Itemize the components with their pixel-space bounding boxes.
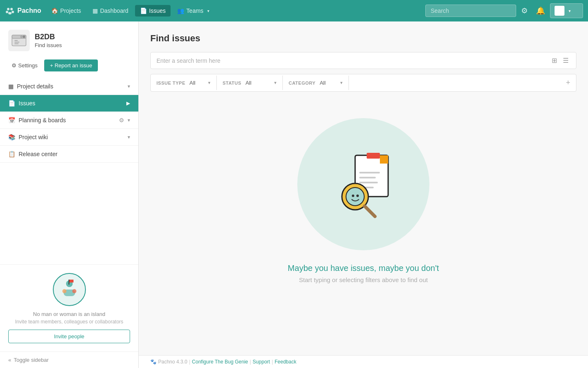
- sidebar-item-release[interactable]: 📋 Release center: [0, 146, 138, 163]
- project-name: B2DB: [35, 33, 62, 41]
- topnav: Pachno 🏠 Projects ▦ Dashboard 📄 Issues 👥…: [0, 0, 588, 21]
- app-layout: B2DB Find issues ⚙ Settings + Report an …: [0, 21, 588, 368]
- footer-version: Pachno 4.3.0: [158, 359, 187, 365]
- svg-point-30: [356, 195, 359, 197]
- nav-dashboard[interactable]: ▦ Dashboard: [88, 5, 133, 17]
- teams-icon: 👥: [177, 7, 184, 14]
- sidebar: B2DB Find issues ⚙ Settings + Report an …: [0, 21, 139, 368]
- svg-rect-23: [359, 177, 376, 178]
- filter-issue-type[interactable]: ISSUE TYPE All ▾: [151, 76, 217, 90]
- sidebar-item-issues[interactable]: 📄 Issues ▶: [0, 95, 138, 112]
- grid-view-button[interactable]: ⊞: [550, 56, 559, 65]
- nav-projects[interactable]: 🏠 Projects: [46, 5, 86, 17]
- svg-rect-7: [14, 40, 18, 41]
- footer-feedback-link[interactable]: Feedback: [275, 359, 296, 365]
- report-issue-button[interactable]: + Report an issue: [44, 59, 98, 71]
- sidebar-header: B2DB Find issues: [0, 21, 138, 56]
- user-avatar-btn[interactable]: ▾: [550, 3, 583, 18]
- empty-state-title: Maybe you have issues, maybe you don't: [288, 264, 439, 273]
- chevron-down-icon-3: ▾: [128, 134, 130, 140]
- svg-rect-15: [69, 280, 74, 283]
- issues-search-bar: ⊞ ☰: [150, 52, 576, 69]
- sidebar-item-wiki[interactable]: 📚 Project wiki ▾: [0, 129, 138, 146]
- add-filter-button[interactable]: +: [560, 74, 576, 91]
- sidebar-actions: ⚙ Settings + Report an issue: [0, 56, 138, 78]
- svg-point-2: [6, 11, 8, 13]
- svg-rect-9: [14, 43, 19, 44]
- invite-people-button[interactable]: Invite people: [8, 330, 130, 343]
- gear-icon: ⚙: [12, 62, 17, 69]
- svg-point-0: [7, 8, 9, 10]
- user-avatar: [555, 6, 564, 16]
- nav-teams[interactable]: 👥 Teams ▾: [172, 5, 214, 17]
- sidebar-page-name: Find issues: [35, 42, 62, 48]
- svg-point-4: [8, 12, 12, 14]
- teams-chevron-icon: ▾: [207, 9, 209, 13]
- category-chevron-icon: ▾: [340, 80, 343, 85]
- sidebar-nav: ▦ Project details ▾ 📄 Issues ▶ 📅 Plannin…: [0, 78, 138, 264]
- issues-icon: 📄: [140, 7, 147, 14]
- svg-point-16: [62, 289, 66, 293]
- settings-icon-btn[interactable]: ⚙: [518, 4, 531, 18]
- list-view-button[interactable]: ☰: [561, 56, 570, 65]
- svg-point-11: [20, 36, 23, 38]
- svg-point-1: [10, 8, 13, 10]
- nav-issues[interactable]: 📄 Issues: [135, 5, 171, 17]
- sidebar-item-planning[interactable]: 📅 Planning & boards ⚙ ▾: [0, 112, 138, 129]
- svg-point-10: [23, 36, 25, 38]
- team-illustration: [53, 273, 86, 306]
- svg-rect-14: [69, 280, 69, 285]
- filter-status[interactable]: STATUS All ▾: [217, 76, 283, 90]
- invite-title: No man or woman is an island: [8, 311, 130, 317]
- empty-state-desc: Start typing or selecting filters above …: [299, 276, 428, 283]
- footer: 🐾 Pachno 4.3.0 | Configure The Bug Genie…: [139, 355, 588, 368]
- sidebar-toggle[interactable]: « Toggle sidebar: [0, 351, 138, 368]
- settings-button[interactable]: ⚙ Settings: [8, 60, 41, 71]
- footer-support-link[interactable]: Support: [253, 359, 270, 365]
- svg-point-3: [12, 11, 14, 13]
- svg-rect-8: [14, 42, 19, 43]
- book-icon: 📚: [8, 134, 15, 140]
- issues-search-input[interactable]: [156, 57, 547, 64]
- planning-gear-icon[interactable]: ⚙: [119, 117, 124, 123]
- svg-rect-24: [359, 182, 378, 183]
- user-menu-chevron-icon: ▾: [569, 9, 571, 13]
- calendar-icon: 📅: [8, 117, 15, 123]
- invite-desc: Invite team members, colleagues or colla…: [8, 319, 130, 325]
- empty-state: Maybe you have issues, maybe you don't S…: [150, 102, 576, 308]
- view-toggle-group: ⊞ ☰: [550, 56, 570, 65]
- app-logo: Pachno: [5, 6, 41, 16]
- home-icon: 🏠: [51, 7, 58, 14]
- app-name: Pachno: [17, 7, 41, 14]
- footer-logo: 🐾: [150, 359, 156, 365]
- svg-point-17: [72, 289, 76, 293]
- grid-icon: ▦: [8, 83, 14, 90]
- chevron-right-icon: ▶: [126, 100, 130, 106]
- footer-configure-link[interactable]: Configure The Bug Genie: [192, 359, 248, 365]
- filter-bar: ISSUE TYPE All ▾ STATUS All ▾ CATEGORY A…: [150, 74, 576, 92]
- chevron-down-icon-2: ▾: [128, 117, 130, 123]
- empty-state-illustration: [297, 118, 429, 250]
- sidebar-item-project-details[interactable]: ▦ Project details ▾: [0, 78, 138, 95]
- svg-point-27: [346, 188, 364, 206]
- toggle-arrows-icon: «: [8, 357, 11, 363]
- svg-rect-21: [367, 153, 380, 159]
- dashboard-icon: ▦: [92, 7, 98, 14]
- page-title: Find issues: [150, 33, 576, 44]
- svg-rect-20: [380, 155, 388, 164]
- svg-line-28: [365, 206, 375, 216]
- status-chevron-icon: ▾: [274, 80, 277, 85]
- issue-type-chevron-icon: ▾: [208, 80, 211, 85]
- file-icon: 📄: [8, 100, 15, 107]
- svg-point-29: [352, 195, 354, 197]
- document-icon: 📋: [8, 151, 15, 157]
- sidebar-invite-section: No man or woman is an island Invite team…: [0, 264, 138, 351]
- main-content: Find issues ⊞ ☰ ISSUE TYPE All ▾ STATUS …: [139, 21, 588, 368]
- notifications-icon-btn[interactable]: 🔔: [533, 4, 548, 18]
- project-logo: [8, 30, 30, 51]
- svg-rect-22: [359, 172, 380, 173]
- chevron-down-icon: ▾: [128, 83, 130, 89]
- filter-category[interactable]: CATEGORY All ▾: [283, 76, 349, 90]
- global-search-input[interactable]: [425, 5, 516, 17]
